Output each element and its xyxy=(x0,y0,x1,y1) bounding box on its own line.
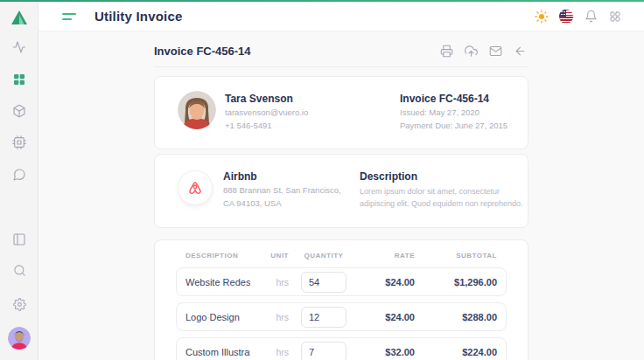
page-header: Invoice FC-456-14 xyxy=(154,31,528,67)
send-email-button[interactable] xyxy=(489,45,502,58)
description-text: Lorem ipsum dolor sit amet, consectetur … xyxy=(360,186,526,210)
notifications-button[interactable] xyxy=(584,10,598,24)
invoice-items-card: DESCRIPTION UNIT QUANTITY RATE SUBTOTAL … xyxy=(154,239,528,360)
sidebar-item-elements[interactable] xyxy=(0,135,38,149)
user-avatar[interactable] xyxy=(8,327,31,350)
search-icon xyxy=(13,264,26,277)
customer-avatar xyxy=(178,91,216,129)
item-description: Website Redesign xyxy=(186,277,250,287)
invoice-number: Invoice FC-456-14 xyxy=(400,93,508,105)
item-description: Custom Illustrations xyxy=(186,347,250,357)
vuero-logo-icon xyxy=(10,8,29,27)
sidebar-item-messages[interactable] xyxy=(0,168,38,182)
activity-icon xyxy=(12,40,26,54)
col-header-subtotal: SUBTOTAL xyxy=(427,252,497,260)
company-name: Airbnb xyxy=(223,170,341,183)
topbar-title: Utility Invoice xyxy=(94,9,183,24)
page-title: Invoice FC-456-14 xyxy=(154,45,251,58)
col-header-rate: RATE xyxy=(359,252,415,260)
layout-panel-icon xyxy=(12,232,26,246)
sidebar-item-components[interactable] xyxy=(0,104,38,118)
cpu-icon xyxy=(12,135,26,149)
gear-icon xyxy=(13,298,26,311)
col-header-quantity: QUANTITY xyxy=(301,252,346,260)
apps-menu-button[interactable] xyxy=(608,10,622,24)
company-logo xyxy=(178,170,213,205)
us-flag-icon xyxy=(559,10,573,24)
company-address-line2: CA 94103, USA xyxy=(223,198,341,208)
sidebar-item-dashboards[interactable] xyxy=(0,73,38,87)
item-subtotal: $1,296.00 xyxy=(427,277,497,287)
invoice-issued-date: Issued: May 27, 2020 xyxy=(400,107,508,117)
theme-toggle-button[interactable] xyxy=(535,10,549,24)
table-row: Logo Design hrs $24.00 $288.00 xyxy=(176,302,507,331)
item-unit: hrs xyxy=(262,312,289,322)
item-rate: $24.00 xyxy=(359,277,415,287)
chat-bubble-icon xyxy=(12,168,26,182)
invoice-actions xyxy=(440,45,527,58)
col-header-description: DESCRIPTION xyxy=(186,252,250,260)
customer-block: Tara Svenson tarasvenson@vuero.io +1 546… xyxy=(178,91,308,135)
cloud-save-button[interactable] xyxy=(465,45,478,58)
sidebar-item-search[interactable] xyxy=(0,263,38,277)
company-address-line1: 888 Brannan St, San Francisco, xyxy=(223,185,341,195)
arrow-left-icon xyxy=(514,45,527,58)
apps-grid-icon xyxy=(609,10,621,23)
quantity-input[interactable] xyxy=(301,272,346,293)
sidebar-item-panels[interactable] xyxy=(0,232,38,246)
back-button[interactable] xyxy=(514,45,527,58)
quantity-input[interactable] xyxy=(301,342,346,360)
mail-icon xyxy=(489,45,502,58)
company-block: Airbnb 888 Brannan St, San Francisco, CA… xyxy=(178,169,360,213)
item-description: Logo Design xyxy=(186,312,250,322)
table-header-row: DESCRIPTION UNIT QUANTITY RATE SUBTOTAL xyxy=(176,252,507,260)
airbnb-logo-icon xyxy=(185,177,206,198)
sun-icon xyxy=(535,10,549,24)
item-unit: hrs xyxy=(262,277,289,287)
customer-name: Tara Svenson xyxy=(225,93,308,105)
language-selector-button[interactable] xyxy=(559,10,573,24)
description-block: Description Lorem ipsum dolor sit amet, … xyxy=(360,169,526,213)
table-row: Custom Illustrations hrs $32.00 $224.00 xyxy=(176,337,507,360)
customer-email: tarasvenson@vuero.io xyxy=(225,107,308,117)
app-logo[interactable] xyxy=(0,8,38,27)
item-unit: hrs xyxy=(262,347,289,357)
invoice-due-date: Payment Due: June 27, 2015 xyxy=(400,121,508,130)
table-row: Website Redesign hrs $24.00 $1,296.00 xyxy=(176,267,507,296)
bell-icon xyxy=(584,10,598,23)
printer-icon xyxy=(440,45,453,58)
main-content: Invoice FC-456-14 xyxy=(38,31,644,360)
invoice-parties-card: Tara Svenson tarasvenson@vuero.io +1 546… xyxy=(154,76,528,149)
item-rate: $32.00 xyxy=(359,347,415,357)
company-description-card: Airbnb 888 Brannan St, San Francisco, CA… xyxy=(154,154,528,228)
sidebar-item-activity[interactable] xyxy=(0,40,38,54)
topbar: Utility Invoice xyxy=(38,2,644,31)
print-button[interactable] xyxy=(440,45,453,58)
item-subtotal: $288.00 xyxy=(427,312,497,322)
sidebar xyxy=(0,2,38,360)
item-rate: $24.00 xyxy=(359,312,415,322)
quantity-input[interactable] xyxy=(301,307,346,328)
col-header-unit: UNIT xyxy=(262,252,289,260)
dashboard-grid-icon xyxy=(12,73,26,87)
cloud-upload-icon xyxy=(465,45,478,58)
user-avatar-image xyxy=(8,327,31,350)
topbar-actions xyxy=(535,10,644,24)
customer-phone: +1 546-5491 xyxy=(225,121,308,130)
invoice-meta-block: Invoice FC-456-14 Issued: May 27, 2020 P… xyxy=(400,91,508,135)
description-title: Description xyxy=(360,170,526,183)
sidebar-item-settings[interactable] xyxy=(0,297,38,311)
top-accent-bar xyxy=(0,0,644,2)
item-subtotal: $224.00 xyxy=(427,347,497,357)
box-icon xyxy=(12,104,26,118)
menu-toggle-button[interactable] xyxy=(62,13,77,20)
